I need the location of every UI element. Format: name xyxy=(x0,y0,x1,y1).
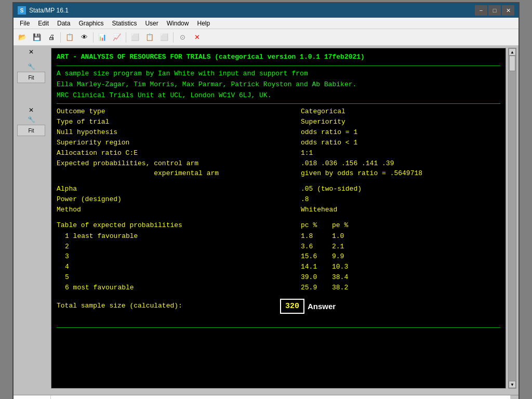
pe-5: 38.4 xyxy=(332,273,348,283)
save-button[interactable]: 💾 xyxy=(30,31,44,44)
label-sup-region: Superiority region xyxy=(57,138,301,148)
table-row-4: 4 14.1 10.3 xyxy=(57,262,500,272)
close-icon-2[interactable]: ✕ xyxy=(27,106,35,114)
main-area: ✕ 🔧 Fit ✕ 🔧 Fit ART - ANALYSIS OF RESOUR… xyxy=(14,46,518,391)
bottom-spacer xyxy=(14,391,518,395)
sample-size-label: Total sample size (calculated): xyxy=(57,301,280,311)
open-button[interactable]: 📂 xyxy=(16,31,29,44)
scroll-track[interactable] xyxy=(509,56,516,381)
pe-6: 38.2 xyxy=(332,283,348,293)
rank-6: 6 most favourable xyxy=(57,283,301,293)
menu-statistics[interactable]: Statistics xyxy=(108,19,141,28)
rank-3: 3 xyxy=(57,252,301,262)
do-editor-button[interactable]: ⬜ xyxy=(157,31,171,44)
cancel-button[interactable]: ✕ xyxy=(190,31,204,44)
sample-size-value: 320 xyxy=(280,299,304,314)
author-line-1: A sample size program by Ian White with … xyxy=(57,69,500,79)
label-power: Power (designed) xyxy=(57,195,301,205)
scroll-down-arrow[interactable]: ▼ xyxy=(509,381,516,388)
field-exp-prob-ctrl: Expected probabilities, control arm .018… xyxy=(57,159,500,169)
command-scroll[interactable]: ▲ xyxy=(510,395,518,399)
pe-4: 10.3 xyxy=(332,262,348,272)
left-strip: ✕ 🔧 Fit ✕ 🔧 Fit xyxy=(14,46,49,391)
menu-user[interactable]: User xyxy=(141,19,162,28)
titlebar: S Stata/MP 16.1 − □ ✕ xyxy=(14,3,518,18)
label-trial-type: Type of trial xyxy=(57,117,301,127)
toolbar-separator-1 xyxy=(60,32,61,43)
field-method: Method Whitehead xyxy=(57,205,500,215)
field-trial-type: Type of trial Superiority xyxy=(57,117,500,127)
field-exp-prob-exp: experimental arm given by odds ratio = .… xyxy=(57,169,500,179)
table-header-row: Table of expected probabilities pc % pe … xyxy=(57,221,500,231)
print-button[interactable]: 🖨 xyxy=(45,31,58,44)
graph-button[interactable]: 📊 xyxy=(96,31,109,44)
rank-1: 1 least favourable xyxy=(57,232,301,242)
field-alloc-ratio: Allocation ratio C:E 1:1 xyxy=(57,149,500,158)
author-line-3: MRC Clinical Trials Unit at UCL, London … xyxy=(57,91,500,101)
value-power: .8 xyxy=(301,195,309,205)
command-bar: Command ▲ xyxy=(14,395,518,399)
divider-bottom xyxy=(57,327,500,328)
app-icon: S xyxy=(18,6,26,15)
menu-data[interactable]: Data xyxy=(53,19,74,28)
toolbar-separator-3 xyxy=(126,32,126,43)
tool-icon-2[interactable]: 🔧 xyxy=(27,115,35,124)
value-method: Whitehead xyxy=(301,205,337,215)
pe-1: 1.0 xyxy=(332,232,344,242)
pc-2: 3.6 xyxy=(301,242,332,252)
value-exp-prob-exp: given by odds ratio = .5649718 xyxy=(301,169,422,179)
results-window[interactable]: ART - ANALYSIS OF RESOURCES FOR TRIALS (… xyxy=(51,48,506,389)
break-button[interactable]: ⊙ xyxy=(176,31,189,44)
pc-5: 39.0 xyxy=(301,273,332,283)
pe-3: 9.9 xyxy=(332,252,344,262)
table-col1-header: pc % xyxy=(301,221,332,231)
table-row-3: 3 15.6 9.9 xyxy=(57,252,500,262)
label-alloc-ratio: Allocation ratio C:E xyxy=(57,149,301,158)
var-manager-button[interactable]: 📋 xyxy=(143,31,156,44)
answer-label: Answer xyxy=(308,301,336,312)
maximize-button[interactable]: □ xyxy=(488,5,501,16)
view-button[interactable]: 👁 xyxy=(77,31,91,44)
data-editor-button[interactable]: ⬜ xyxy=(128,31,142,44)
table-header-label: Table of expected probabilities xyxy=(57,221,301,231)
pc-4: 14.1 xyxy=(301,262,332,272)
table-row-2: 2 3.6 2.1 xyxy=(57,242,500,252)
tool-icon-1[interactable]: 🔧 xyxy=(27,62,35,71)
menu-edit[interactable]: Edit xyxy=(34,19,53,28)
toolbar: 📂 💾 🖨 📋 👁 📊 📈 ⬜ 📋 ⬜ ⊙ ✕ xyxy=(14,29,518,46)
menu-help[interactable]: Help xyxy=(193,19,214,28)
divider-2 xyxy=(57,103,500,104)
table-row-5: 5 39.0 38.4 xyxy=(57,273,500,283)
menu-file[interactable]: File xyxy=(16,19,34,28)
log-button[interactable]: 📋 xyxy=(63,31,76,44)
pe-2: 2.1 xyxy=(332,242,344,252)
value-null-hyp: odds ratio = 1 xyxy=(301,128,357,138)
value-alloc-ratio: 1:1 xyxy=(301,149,313,158)
author-line-2: Ella Marley-Zagar, Tim Morris, Max Parma… xyxy=(57,80,500,90)
value-exp-prob-ctrl: .018 .036 .156 .141 .39 xyxy=(301,159,394,169)
table-row-6: 6 most favourable 25.9 38.2 xyxy=(57,283,500,293)
divider-1 xyxy=(57,65,500,66)
pc-6: 25.9 xyxy=(301,283,332,293)
scroll-thumb[interactable] xyxy=(509,56,515,71)
field-null-hyp: Null hypothesis odds ratio = 1 xyxy=(57,128,500,138)
value-sup-region: odds ratio < 1 xyxy=(301,138,357,148)
menu-window[interactable]: Window xyxy=(163,19,193,28)
close-panel-icon[interactable]: ✕ xyxy=(27,48,35,56)
menubar: File Edit Data Graphics Statistics User … xyxy=(14,18,518,29)
results-scrollbar[interactable]: ▲ ▼ xyxy=(508,48,516,389)
chart-button[interactable]: 📈 xyxy=(110,31,124,44)
menu-graphics[interactable]: Graphics xyxy=(74,19,108,28)
label-exp-prob-ctrl: Expected probabilities, control arm xyxy=(57,159,301,169)
label-method: Method xyxy=(57,205,301,215)
table-col2-header: pe % xyxy=(332,221,348,231)
fit-button-1[interactable]: Fit xyxy=(17,72,45,83)
scroll-up-arrow[interactable]: ▲ xyxy=(509,48,516,56)
fit-button-2[interactable]: Fit xyxy=(17,125,45,136)
minimize-button[interactable]: − xyxy=(475,5,487,16)
pc-3: 15.6 xyxy=(301,252,332,262)
pc-1: 1.8 xyxy=(301,232,332,242)
field-alpha: Alpha .05 (two-sided) xyxy=(57,184,500,194)
close-button[interactable]: ✕ xyxy=(502,5,514,16)
label-outcome-type: Outcome type xyxy=(57,107,301,117)
